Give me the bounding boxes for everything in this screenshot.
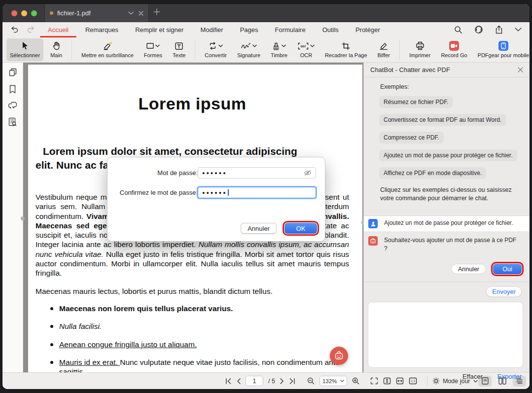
- zoom-out-icon[interactable]: [307, 377, 315, 385]
- toolbar-separator: [195, 39, 195, 60]
- chevron-down-icon: [310, 44, 315, 47]
- doc-search-icon[interactable]: [8, 117, 17, 126]
- chevron-down-icon: [252, 44, 257, 47]
- tab-formulaire[interactable]: Formulaire: [275, 26, 306, 34]
- ocr-button[interactable]: ocr OCR: [294, 38, 318, 61]
- select-icon: [21, 41, 29, 51]
- redo-icon[interactable]: [27, 26, 35, 34]
- new-tab-button[interactable]: [153, 8, 161, 16]
- undo-icon[interactable]: [10, 26, 19, 34]
- print-button[interactable]: Imprimer: [406, 38, 434, 61]
- chatbot-title: ChatBot - Chatter avec PDF: [370, 66, 450, 73]
- chatbot-help-text: Cliquez sur les exemples ci-dessus ou sa…: [380, 186, 527, 203]
- record-icon: [449, 41, 459, 51]
- page-total-label: / 5: [268, 378, 275, 385]
- ribbon-tab-row: Accueil Remarques Remplir et signer Modi…: [2, 22, 530, 37]
- next-page-icon[interactable]: [280, 378, 284, 384]
- traffic-light-close[interactable]: [11, 10, 17, 16]
- highlight-button[interactable]: Mettre en surbrillance: [78, 38, 137, 61]
- example-chip-password[interactable]: Ajoutez un mot de passe pour protéger ce…: [379, 149, 517, 161]
- ribbon-tabs: Accueil Remarques Remplir et signer Modi…: [48, 26, 380, 34]
- convert-icon: [209, 42, 217, 50]
- traffic-light-zoom[interactable]: [31, 10, 37, 16]
- chatbot-panel: ChatBot - Chatter avec PDF Exemples: Rés…: [363, 63, 530, 372]
- list-item: Aenean congue fringilla justo ut aliquam…: [35, 340, 349, 349]
- text-icon: [175, 41, 183, 51]
- example-chip-summarize[interactable]: Résumez ce fichier PDF.: [379, 96, 453, 108]
- list-item: Maecenas non lorem quis tellus placerat …: [35, 304, 349, 313]
- chat-cancel-button[interactable]: Annuler: [451, 264, 486, 274]
- send-button[interactable]: Envoyer: [486, 286, 522, 297]
- user-avatar-icon: [368, 219, 378, 228]
- select-tool-button[interactable]: Sélectionner: [6, 38, 43, 61]
- search-icon[interactable]: [454, 26, 462, 34]
- signature-button[interactable]: Signature: [234, 38, 264, 61]
- chatbot-header: ChatBot - Chatter avec PDF: [364, 63, 530, 77]
- bookmark-icon[interactable]: [9, 85, 16, 94]
- example-chip-convert[interactable]: Convertissez ce format PDF au format Wor…: [379, 114, 506, 126]
- tab-remarques[interactable]: Remarques: [85, 26, 118, 34]
- password-dialog: Mot de passe: ●●●●●● Confirmez le mot de…: [107, 157, 325, 242]
- tab-modifier[interactable]: Modifier: [200, 26, 223, 34]
- redact-button[interactable]: Biffer: [374, 38, 393, 61]
- export-button[interactable]: Exporter: [497, 373, 522, 380]
- app-window: fichier-1.pdf Accueil R: [2, 4, 530, 389]
- traffic-light-minimize[interactable]: [21, 10, 27, 16]
- zoom-in-icon[interactable]: [352, 377, 359, 385]
- chatbot-floating-button[interactable]: [330, 347, 348, 365]
- toolbar-separator: [399, 39, 400, 60]
- confirm-password-field[interactable]: ●●●●●●: [198, 187, 316, 198]
- tab-accueil[interactable]: Accueil: [48, 26, 69, 34]
- example-chip-slideshow[interactable]: Affichez ce PDF en mode diapositive.: [379, 167, 486, 179]
- tab-proteger[interactable]: Protéger: [355, 26, 380, 34]
- panel-collapse-handle[interactable]: [361, 220, 363, 224]
- thumbnails-icon[interactable]: [8, 68, 17, 77]
- comments-icon[interactable]: [8, 102, 17, 109]
- dialog-cancel-button[interactable]: Annuler: [241, 223, 277, 234]
- hand-tool-button[interactable]: Main: [47, 38, 66, 61]
- divider: [364, 282, 530, 282]
- record-go-button[interactable]: Record Go: [437, 38, 470, 61]
- last-page-icon[interactable]: [289, 378, 295, 384]
- shapes-icon: [146, 43, 154, 49]
- password-field[interactable]: ●●●●●●: [198, 167, 316, 179]
- support-icon[interactable]: [474, 25, 483, 34]
- chat-yes-button[interactable]: Oui: [493, 264, 522, 274]
- chat-message-bot: Souhaitez-vous ajouter un mot de passe à…: [364, 233, 530, 256]
- text-button[interactable]: Texte: [169, 38, 189, 61]
- prev-page-icon[interactable]: [237, 378, 241, 384]
- sidebar-collapse-handle[interactable]: [21, 216, 25, 220]
- first-page-icon[interactable]: [225, 378, 232, 384]
- doc-paragraph-2: Maecenas mauris lectus, lobortis et puru…: [35, 286, 349, 296]
- chat-input[interactable]: [368, 302, 523, 368]
- clear-button[interactable]: Effacer: [462, 373, 483, 380]
- shapes-button[interactable]: Formes: [141, 38, 166, 61]
- zoom-level-select[interactable]: 132%: [319, 376, 347, 386]
- highlight-icon: [103, 41, 112, 51]
- tab-chevron-icon[interactable]: [128, 11, 134, 15]
- modified-dot-icon: [50, 11, 53, 15]
- tab-title: fichier-1.pdf: [57, 9, 128, 17]
- tab-pages[interactable]: Pages: [240, 26, 258, 34]
- dialog-ok-button[interactable]: OK: [284, 223, 317, 234]
- stamp-button[interactable]: Timbre: [267, 38, 291, 61]
- share-icon[interactable]: [495, 25, 503, 34]
- example-chip-compress[interactable]: Compressez ce PDF.: [379, 132, 444, 143]
- convert-button[interactable]: Convertir: [201, 38, 230, 61]
- document-tab[interactable]: fichier-1.pdf: [44, 4, 149, 22]
- list-item: Nulla facilisi.: [35, 322, 349, 331]
- toolbar-separator: [71, 39, 72, 60]
- eye-off-icon[interactable]: [304, 170, 312, 176]
- close-icon[interactable]: [518, 67, 523, 72]
- svg-text:ocr: ocr: [300, 44, 306, 48]
- doc-title: Lorem ipsum: [35, 94, 349, 113]
- tab-outils[interactable]: Outils: [322, 26, 339, 34]
- ocr-icon: ocr: [298, 42, 309, 50]
- pdfgear-mobile-button[interactable]: PDFgear pour mobile: [474, 38, 530, 61]
- tab-close-icon[interactable]: [139, 11, 143, 16]
- print-icon: [416, 41, 425, 51]
- tab-remplir-et-signer[interactable]: Remplir et signer: [135, 26, 183, 34]
- page-number-input[interactable]: [246, 376, 263, 386]
- collapse-toolbar-icon[interactable]: [515, 28, 522, 32]
- crop-page-button[interactable]: Recadrer la Page: [321, 38, 371, 61]
